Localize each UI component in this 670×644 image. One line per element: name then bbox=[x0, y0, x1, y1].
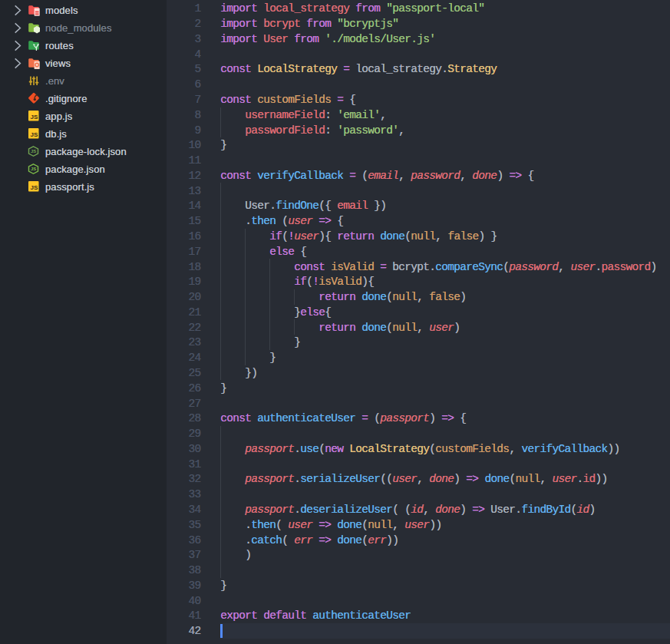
svg-text:JS: JS bbox=[31, 149, 36, 154]
svg-text:JS: JS bbox=[31, 184, 38, 191]
svg-text:JS: JS bbox=[31, 167, 36, 171]
svg-text:JS: JS bbox=[31, 131, 38, 138]
svg-text:JS: JS bbox=[31, 114, 38, 121]
